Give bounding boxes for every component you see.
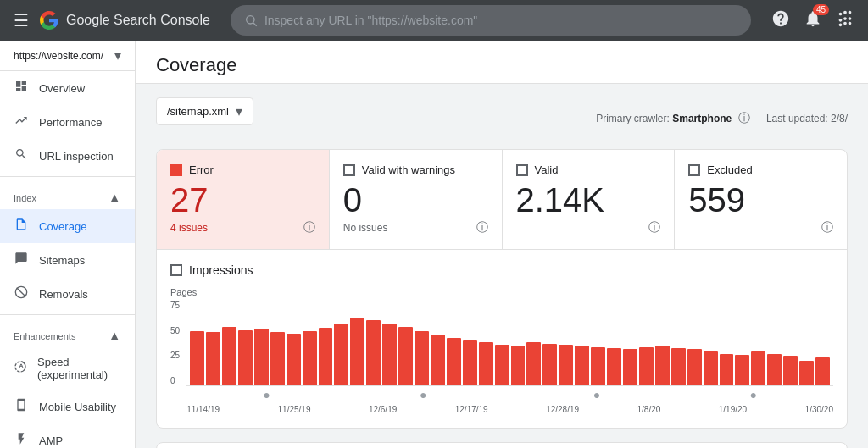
stat-valid-warnings: Valid with warnings 0 No issues ⓘ [330, 150, 503, 249]
crawler-help-icon[interactable]: ⓘ [738, 111, 750, 124]
sidebar-item-overview[interactable]: Overview [0, 71, 135, 105]
index-toggle-icon[interactable]: ▲ [108, 191, 121, 206]
header-icons: 45 [771, 9, 854, 32]
sidebar-divider-2 [0, 314, 135, 315]
property-url: https://website.com/ [14, 50, 103, 62]
search-icon [244, 14, 258, 27]
chart-bar [591, 347, 605, 385]
chart-bar [526, 342, 541, 385]
chart-bars-area: ● ● ● ● 11/14/19 11/25/19 12/6/19 1 [186, 301, 833, 414]
stat-excl-header: Excluded [688, 163, 833, 176]
chart-bar [254, 329, 269, 385]
chart-bar [479, 342, 493, 385]
sitemap-selector[interactable]: /sitemap.xml ▾ [156, 97, 253, 125]
sidebar-item-mobile-usability[interactable]: Mobile Usability [0, 390, 135, 423]
property-selector[interactable]: https://website.com/ ▾ [0, 41, 135, 71]
chart-bar [704, 351, 718, 385]
help-icon[interactable] [771, 9, 790, 32]
sidebar-item-coverage[interactable]: Coverage [0, 209, 135, 243]
dot-3: ● [593, 388, 600, 401]
sitemaps-icon [14, 252, 29, 268]
stat-error-bottom: 4 issues ⓘ [170, 220, 315, 235]
stat-vw-header: Valid with warnings [343, 163, 488, 176]
mobile-usability-icon [14, 398, 29, 415]
sidebar-item-performance[interactable]: Performance [0, 105, 135, 139]
stats-container: Error 27 4 issues ⓘ Valid with warnings [156, 149, 848, 429]
notification-badge: 45 [813, 4, 829, 15]
sidebar-item-amp[interactable]: AMP [0, 423, 135, 448]
sidebar-item-removals[interactable]: Removals [0, 277, 135, 311]
stat-vw-value: 0 [343, 183, 488, 217]
sitemap-path: /sitemap.xml [167, 105, 229, 118]
property-chevron-icon: ▾ [114, 47, 121, 64]
chart-bar [671, 348, 686, 385]
chart-bar [350, 318, 364, 385]
chart-bar [815, 357, 830, 385]
chart-section: Impressions Pages 75 50 25 0 [157, 249, 847, 428]
sidebar-item-sitemaps[interactable]: Sitemaps [0, 243, 135, 277]
chart-bar [206, 332, 220, 385]
stat-valid-value: 2.14K [516, 183, 661, 217]
sidebar-label-overview: Overview [39, 82, 85, 95]
stat-error-issues: 4 issues [170, 222, 208, 234]
url-search-input[interactable] [264, 14, 737, 27]
crawler-value: Smartphone [672, 113, 732, 124]
vw-checkbox-icon [343, 164, 355, 176]
error-info-icon: ⓘ [303, 220, 315, 235]
chart-event-dots: ● ● ● ● [188, 388, 832, 401]
chart-bars [186, 301, 833, 385]
error-checkbox-icon [170, 164, 182, 176]
chart-y-label: Pages [170, 287, 833, 297]
chart-bar [542, 344, 557, 385]
chart-header: Impressions [170, 263, 833, 277]
y-tick-75: 75 [170, 301, 180, 310]
hamburger-icon[interactable]: ☰ [14, 10, 29, 30]
chart-checkbox-icon [170, 264, 182, 276]
vw-info-icon: ⓘ [476, 220, 488, 235]
coverage-icon [14, 218, 29, 235]
chart-bar [511, 346, 526, 385]
sidebar: https://website.com/ ▾ Overview Performa… [0, 41, 136, 448]
stat-valid-header: Valid [516, 163, 661, 176]
stat-error-label: Error [189, 163, 214, 176]
sidebar-label-performance: Performance [39, 116, 102, 129]
svg-line-3 [17, 288, 26, 297]
chart-bar [334, 324, 348, 385]
stat-error-value: 27 [170, 183, 315, 217]
excl-checkbox-icon [688, 164, 700, 176]
enhancements-toggle-icon[interactable]: ▲ [108, 329, 121, 344]
chart-bar [270, 332, 285, 385]
page-header: Coverage [136, 41, 868, 84]
stat-error-header: Error [170, 163, 315, 176]
chart-bar [639, 347, 654, 385]
sidebar-item-url-inspection[interactable]: URL inspection [0, 139, 135, 173]
chart-bar [767, 354, 782, 385]
dot-4: ● [749, 388, 756, 401]
url-search-bar[interactable] [231, 5, 751, 36]
notifications-icon[interactable]: 45 [804, 9, 822, 32]
apps-grid-icon[interactable] [836, 9, 854, 32]
sitemap-row: /sitemap.xml ▾ Primary crawler: Smartpho… [156, 97, 848, 139]
sidebar-label-url-inspection: URL inspection [39, 150, 114, 163]
chart-bar [799, 361, 814, 385]
app-title: Google Search Console [66, 13, 210, 28]
chart-bar [751, 351, 765, 385]
x-label-3: 12/17/19 [455, 405, 488, 414]
removals-icon [14, 285, 29, 302]
chart-bar [575, 346, 589, 385]
stat-vw-label: Valid with warnings [362, 163, 455, 176]
stats-row: Error 27 4 issues ⓘ Valid with warnings [157, 150, 847, 249]
sidebar-label-sitemaps: Sitemaps [39, 254, 85, 267]
stat-valid-label: Valid [535, 163, 559, 176]
stat-vw-subtitle: No issues [343, 222, 388, 234]
chart-bar [607, 348, 621, 385]
page-title: Coverage [156, 54, 236, 76]
google-logo-icon [39, 10, 59, 30]
stat-excl-bottom: ⓘ [688, 220, 833, 235]
sitemap-chevron-icon: ▾ [236, 103, 242, 119]
x-label-1: 11/25/19 [278, 405, 311, 414]
x-label-5: 1/8/20 [637, 405, 661, 414]
sidebar-label-coverage: Coverage [39, 220, 86, 233]
sidebar-divider-1 [0, 176, 135, 177]
sidebar-item-speed[interactable]: Speed (experimental) [0, 347, 135, 390]
